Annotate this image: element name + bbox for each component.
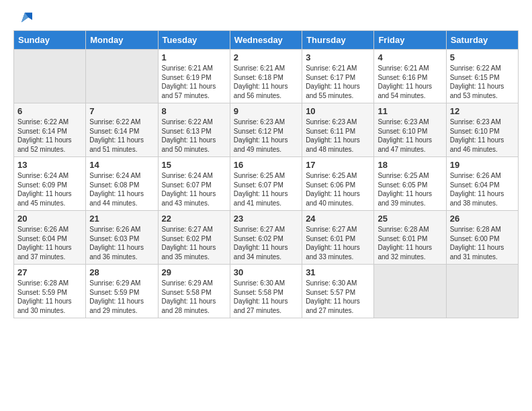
calendar-cell: 11Sunrise: 6:23 AM Sunset: 6:10 PM Dayli… [374,103,446,157]
day-number: 3 [306,52,370,62]
calendar-cell: 18Sunrise: 6:25 AM Sunset: 6:05 PM Dayli… [374,157,446,211]
calendar-cell: 26Sunrise: 6:28 AM Sunset: 6:00 PM Dayli… [446,211,518,265]
day-number: 22 [162,214,226,224]
calendar-cell: 17Sunrise: 6:25 AM Sunset: 6:06 PM Dayli… [302,157,374,211]
calendar-cell: 12Sunrise: 6:23 AM Sunset: 6:10 PM Dayli… [446,103,518,157]
day-number: 19 [450,160,515,170]
day-number: 7 [89,106,154,116]
day-number: 23 [234,214,298,224]
calendar-cell: 23Sunrise: 6:27 AM Sunset: 6:02 PM Dayli… [230,211,302,265]
calendar-cell: 2Sunrise: 6:21 AM Sunset: 6:18 PM Daylig… [230,50,302,103]
calendar-cell: 28Sunrise: 6:29 AM Sunset: 5:59 PM Dayli… [86,265,158,318]
cell-info: Sunrise: 6:25 AM Sunset: 6:06 PM Dayligh… [306,171,370,208]
day-number: 10 [306,106,370,116]
calendar-cell: 3Sunrise: 6:21 AM Sunset: 6:17 PM Daylig… [302,50,374,103]
day-number: 14 [89,160,154,170]
cell-info: Sunrise: 6:28 AM Sunset: 5:59 PM Dayligh… [17,279,82,315]
calendar-cell [446,265,518,318]
calendar-table: SundayMondayTuesdayWednesdayThursdayFrid… [13,30,519,318]
day-number: 28 [89,267,154,277]
day-number: 15 [162,160,226,170]
day-number: 20 [17,214,82,224]
cell-info: Sunrise: 6:23 AM Sunset: 6:12 PM Dayligh… [234,118,298,154]
day-number: 11 [378,106,442,116]
cell-info: Sunrise: 6:25 AM Sunset: 6:05 PM Dayligh… [378,171,442,208]
header-row: SundayMondayTuesdayWednesdayThursdayFrid… [14,31,519,50]
cell-info: Sunrise: 6:27 AM Sunset: 6:01 PM Dayligh… [306,225,370,261]
day-number: 13 [17,160,82,170]
calendar-cell [374,265,446,318]
cell-info: Sunrise: 6:23 AM Sunset: 6:11 PM Dayligh… [306,118,370,154]
cell-info: Sunrise: 6:21 AM Sunset: 6:16 PM Dayligh… [378,64,442,100]
day-number: 31 [306,267,370,277]
cell-info: Sunrise: 6:26 AM Sunset: 6:04 PM Dayligh… [450,171,515,208]
cell-info: Sunrise: 6:23 AM Sunset: 6:10 PM Dayligh… [450,118,515,154]
cell-info: Sunrise: 6:24 AM Sunset: 6:07 PM Dayligh… [162,171,226,208]
page: SundayMondayTuesdayWednesdayThursdayFrid… [0,0,532,411]
cell-info: Sunrise: 6:25 AM Sunset: 6:07 PM Dayligh… [234,171,298,208]
day-number: 30 [234,267,298,277]
cell-info: Sunrise: 6:23 AM Sunset: 6:10 PM Dayligh… [378,118,442,154]
cell-info: Sunrise: 6:22 AM Sunset: 6:15 PM Dayligh… [450,64,515,100]
cell-info: Sunrise: 6:27 AM Sunset: 6:02 PM Dayligh… [234,225,298,261]
calendar-cell: 14Sunrise: 6:24 AM Sunset: 6:08 PM Dayli… [86,157,158,211]
calendar-cell: 15Sunrise: 6:24 AM Sunset: 6:07 PM Dayli… [158,157,230,211]
calendar-cell: 7Sunrise: 6:22 AM Sunset: 6:14 PM Daylig… [86,103,158,157]
calendar-cell: 24Sunrise: 6:27 AM Sunset: 6:01 PM Dayli… [302,211,374,265]
cell-info: Sunrise: 6:27 AM Sunset: 6:02 PM Dayligh… [162,225,226,261]
calendar-cell: 29Sunrise: 6:29 AM Sunset: 5:58 PM Dayli… [158,265,230,318]
day-number: 27 [17,267,82,277]
calendar-cell: 19Sunrise: 6:26 AM Sunset: 6:04 PM Dayli… [446,157,518,211]
day-number: 16 [234,160,298,170]
calendar-cell: 4Sunrise: 6:21 AM Sunset: 6:16 PM Daylig… [374,50,446,103]
calendar-cell: 13Sunrise: 6:24 AM Sunset: 6:09 PM Dayli… [14,157,86,211]
day-number: 25 [378,214,442,224]
day-header-monday: Monday [86,31,158,50]
calendar-cell: 5Sunrise: 6:22 AM Sunset: 6:15 PM Daylig… [446,50,518,103]
day-number: 4 [378,52,442,62]
cell-info: Sunrise: 6:21 AM Sunset: 6:18 PM Dayligh… [234,64,298,100]
calendar-cell [14,50,86,103]
day-number: 2 [234,52,298,62]
day-header-tuesday: Tuesday [158,31,230,50]
cell-info: Sunrise: 6:29 AM Sunset: 5:58 PM Dayligh… [162,279,226,315]
calendar-cell: 21Sunrise: 6:26 AM Sunset: 6:03 PM Dayli… [86,211,158,265]
cell-info: Sunrise: 6:28 AM Sunset: 6:01 PM Dayligh… [378,225,442,261]
calendar-cell: 16Sunrise: 6:25 AM Sunset: 6:07 PM Dayli… [230,157,302,211]
logo [13,10,32,25]
day-header-sunday: Sunday [14,31,86,50]
day-number: 8 [162,106,226,116]
cell-info: Sunrise: 6:22 AM Sunset: 6:13 PM Dayligh… [162,118,226,154]
calendar-cell: 20Sunrise: 6:26 AM Sunset: 6:04 PM Dayli… [14,211,86,265]
day-number: 29 [162,267,226,277]
header [13,10,519,25]
day-number: 26 [450,214,515,224]
day-number: 1 [162,52,226,62]
day-header-thursday: Thursday [302,31,374,50]
calendar-cell: 10Sunrise: 6:23 AM Sunset: 6:11 PM Dayli… [302,103,374,157]
cell-info: Sunrise: 6:21 AM Sunset: 6:17 PM Dayligh… [306,64,370,100]
logo-icon [17,10,32,25]
day-number: 9 [234,106,298,116]
day-number: 21 [89,214,154,224]
cell-info: Sunrise: 6:29 AM Sunset: 5:59 PM Dayligh… [89,279,154,315]
calendar-cell: 22Sunrise: 6:27 AM Sunset: 6:02 PM Dayli… [158,211,230,265]
calendar-cell: 9Sunrise: 6:23 AM Sunset: 6:12 PM Daylig… [230,103,302,157]
cell-info: Sunrise: 6:24 AM Sunset: 6:08 PM Dayligh… [89,171,154,208]
calendar-cell: 25Sunrise: 6:28 AM Sunset: 6:01 PM Dayli… [374,211,446,265]
calendar-cell [86,50,158,103]
cell-info: Sunrise: 6:26 AM Sunset: 6:03 PM Dayligh… [89,225,154,261]
cell-info: Sunrise: 6:28 AM Sunset: 6:00 PM Dayligh… [450,225,515,261]
day-header-wednesday: Wednesday [230,31,302,50]
calendar-cell: 8Sunrise: 6:22 AM Sunset: 6:13 PM Daylig… [158,103,230,157]
cell-info: Sunrise: 6:24 AM Sunset: 6:09 PM Dayligh… [17,171,82,208]
cell-info: Sunrise: 6:22 AM Sunset: 6:14 PM Dayligh… [17,118,82,154]
day-number: 18 [378,160,442,170]
cell-info: Sunrise: 6:22 AM Sunset: 6:14 PM Dayligh… [89,118,154,154]
calendar-cell: 31Sunrise: 6:30 AM Sunset: 5:57 PM Dayli… [302,265,374,318]
day-number: 17 [306,160,370,170]
day-number: 6 [17,106,82,116]
cell-info: Sunrise: 6:21 AM Sunset: 6:19 PM Dayligh… [162,64,226,100]
day-number: 5 [450,52,515,62]
calendar-cell: 6Sunrise: 6:22 AM Sunset: 6:14 PM Daylig… [14,103,86,157]
